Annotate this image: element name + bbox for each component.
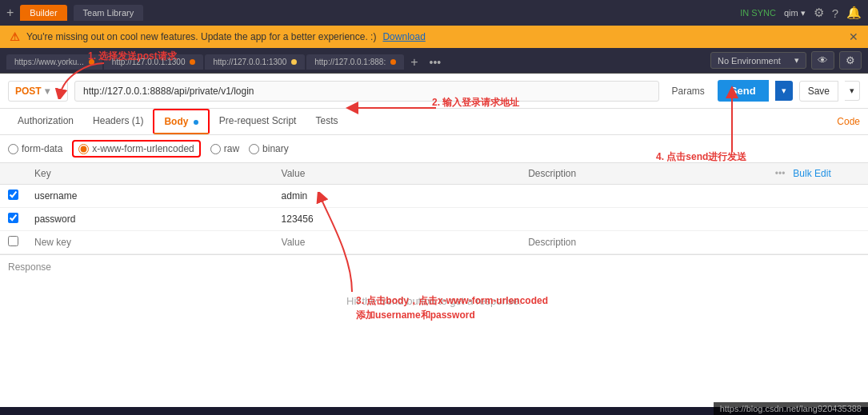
notification-text: You're missing out on cool new features.… xyxy=(26,31,376,42)
new-value-input[interactable] xyxy=(282,237,442,248)
code-link[interactable]: Code xyxy=(837,110,860,133)
sync-status: IN SYNC xyxy=(740,8,776,18)
header-value: Value xyxy=(274,163,521,185)
new-key-row xyxy=(0,231,868,254)
method-label: POST xyxy=(15,86,42,97)
new-key-input[interactable] xyxy=(34,237,194,248)
dot-icon xyxy=(190,59,195,65)
dot-icon xyxy=(291,59,297,65)
send-hint: Hit the Send button to get a response. xyxy=(0,279,868,323)
bottom-bar: https://blog.csdn.net/lang920435388 xyxy=(714,402,868,415)
table-row: username admin xyxy=(0,185,868,208)
add-tab-button[interactable]: + xyxy=(406,55,422,70)
method-chevron-icon: ▾ xyxy=(45,86,50,97)
top-bar: + Builder Team Library IN SYNC qim ▾ ⚙ ?… xyxy=(0,0,868,26)
body-type-binary[interactable]: binary xyxy=(249,143,289,154)
request-subtabs: Authorization Headers (1) Body Pre-reque… xyxy=(0,109,868,135)
gear-icon-button[interactable]: ⚙ xyxy=(839,51,862,70)
new-description-cell xyxy=(520,231,767,254)
options-cell xyxy=(767,208,868,231)
url-bar: POST ▾ Params Send ▾ Save ▾ xyxy=(0,74,868,109)
description-cell xyxy=(520,208,767,231)
env-section: No Environment ▾ 👁 ⚙ xyxy=(710,51,862,73)
url-input[interactable] xyxy=(74,81,659,102)
settings-icon[interactable]: ⚙ xyxy=(814,6,824,20)
user-menu[interactable]: qim ▾ xyxy=(784,8,806,18)
request-tab-0[interactable]: https://www.yorku... xyxy=(6,54,102,70)
send-dropdown-button[interactable]: ▾ xyxy=(775,81,793,101)
environment-select[interactable]: No Environment ▾ xyxy=(710,52,806,69)
header-key: Key xyxy=(26,163,274,185)
tab-authorization[interactable]: Authorization xyxy=(8,110,83,134)
new-value-cell xyxy=(274,231,521,254)
help-icon[interactable]: ? xyxy=(832,6,838,20)
params-table: Key Value Description ••• Bulk Edit xyxy=(0,163,868,254)
dot-icon xyxy=(390,59,396,65)
top-bar-right: IN SYNC qim ▾ ⚙ ? 🔔 xyxy=(740,6,862,20)
value-cell: 123456 xyxy=(274,208,521,231)
header-options: ••• Bulk Edit xyxy=(767,163,868,185)
main-content: POST ▾ Params Send ▾ Save ▾ Authorizatio… xyxy=(0,74,868,407)
request-tab-1[interactable]: http://127.0.0.1:1300 xyxy=(104,54,204,70)
chevron-down-icon: ▾ xyxy=(794,55,799,66)
new-key-cell xyxy=(26,231,274,254)
method-select[interactable]: POST ▾ xyxy=(8,81,68,102)
save-dropdown-button[interactable]: ▾ xyxy=(845,81,860,101)
more-tabs-button[interactable]: ••• xyxy=(425,56,446,69)
key-cell: username xyxy=(26,185,274,208)
close-notification-button[interactable]: ✕ xyxy=(849,30,858,43)
body-dot-indicator xyxy=(194,120,198,125)
app-wrapper: + Builder Team Library IN SYNC qim ▾ ⚙ ?… xyxy=(0,0,868,415)
more-options-icon[interactable]: ••• xyxy=(775,168,786,179)
tab-team-library[interactable]: Team Library xyxy=(74,5,144,21)
header-checkbox xyxy=(0,163,26,185)
tab-headers[interactable]: Headers (1) xyxy=(83,110,153,134)
tab-tests[interactable]: Tests xyxy=(306,110,347,134)
body-type-urlencoded[interactable]: x-www-form-urlencoded xyxy=(72,140,200,158)
key-cell: password xyxy=(26,208,274,231)
options-cell xyxy=(767,185,868,208)
request-tab-2[interactable]: http://127.0.0.1:1300 xyxy=(205,54,305,70)
response-section: Response xyxy=(0,254,868,279)
tab-body[interactable]: Body xyxy=(153,109,209,134)
notifications-icon[interactable]: 🔔 xyxy=(846,6,862,20)
warning-icon: ⚠ xyxy=(10,30,20,43)
description-cell xyxy=(520,185,767,208)
bulk-edit-link[interactable]: Bulk Edit xyxy=(793,168,830,179)
row-checkbox[interactable] xyxy=(8,190,18,200)
send-button[interactable]: Send xyxy=(718,80,769,102)
header-description: Description xyxy=(520,163,767,185)
download-link[interactable]: Download xyxy=(382,31,425,42)
tab-builder[interactable]: Builder xyxy=(20,5,66,21)
request-tabs-row: https://www.yorku... http://127.0.0.1:13… xyxy=(0,48,868,74)
table-row: password 123456 xyxy=(0,208,868,231)
save-button[interactable]: Save xyxy=(799,81,838,102)
row-checkbox-cell xyxy=(0,185,26,208)
body-type-raw[interactable]: raw xyxy=(210,143,239,154)
response-label: Response xyxy=(8,261,51,273)
tab-pre-request[interactable]: Pre-request Script xyxy=(210,110,306,134)
dot-icon xyxy=(89,59,94,65)
row-checkbox[interactable] xyxy=(8,213,18,223)
new-tab-plus-icon[interactable]: + xyxy=(6,6,14,20)
body-type-row: form-data x-www-form-urlencoded raw bina… xyxy=(0,135,868,163)
row-checkbox-cell xyxy=(0,208,26,231)
notification-bar: ⚠ You're missing out on cool new feature… xyxy=(0,26,868,48)
body-type-form-data[interactable]: form-data xyxy=(8,143,62,154)
new-description-input[interactable] xyxy=(528,237,688,248)
value-cell: admin xyxy=(274,185,521,208)
params-button[interactable]: Params xyxy=(666,82,711,101)
table-header-row: Key Value Description ••• Bulk Edit xyxy=(0,163,868,185)
new-row-checkbox-cell xyxy=(0,231,26,254)
request-tab-3[interactable]: http://127.0.0.1:888: xyxy=(306,54,404,70)
new-row-checkbox[interactable] xyxy=(8,236,18,246)
eye-icon-button[interactable]: 👁 xyxy=(811,51,834,70)
